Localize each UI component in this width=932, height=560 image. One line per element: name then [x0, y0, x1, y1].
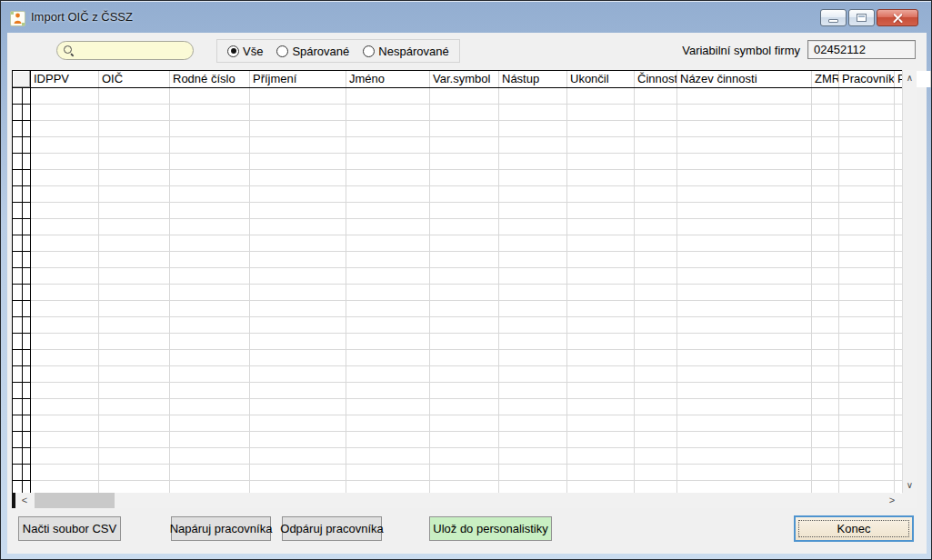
table-row[interactable]	[13, 317, 902, 334]
table-cell[interactable]	[567, 88, 635, 105]
table-cell[interactable]	[499, 170, 567, 186]
table-cell[interactable]	[99, 415, 170, 432]
table-cell[interactable]	[170, 252, 250, 268]
scroll-up-icon[interactable]: ∧	[903, 70, 917, 85]
table-cell[interactable]	[99, 317, 170, 334]
table-cell[interactable]	[346, 301, 430, 317]
table-cell[interactable]	[677, 383, 812, 399]
table-cell[interactable]	[499, 235, 567, 252]
table-cell[interactable]	[31, 88, 99, 105]
table-cell[interactable]	[567, 383, 635, 399]
table-cell[interactable]	[895, 334, 902, 350]
horizontal-scrollbar[interactable]: < >	[12, 493, 900, 508]
table-cell[interactable]	[635, 285, 677, 301]
table-cell[interactable]	[250, 301, 346, 317]
table-cell[interactable]	[812, 252, 839, 268]
horizontal-scroll-thumb[interactable]	[35, 493, 115, 508]
column-header-nastup[interactable]: Nástup	[499, 71, 567, 87]
table-cell[interactable]	[895, 285, 902, 301]
table-cell[interactable]	[567, 301, 635, 317]
table-row[interactable]	[13, 350, 902, 366]
table-cell[interactable]	[567, 170, 635, 186]
table-cell[interactable]	[499, 154, 567, 170]
table-cell[interactable]	[635, 203, 677, 219]
table-cell[interactable]	[677, 186, 812, 203]
table-cell[interactable]	[250, 415, 346, 432]
table-cell[interactable]	[99, 88, 170, 105]
table-cell[interactable]	[839, 219, 895, 235]
table-cell[interactable]	[812, 399, 839, 415]
table-row[interactable]	[13, 105, 902, 121]
table-cell[interactable]	[895, 170, 902, 186]
table-cell[interactable]	[839, 481, 895, 494]
table-cell[interactable]	[812, 481, 839, 494]
table-row[interactable]	[13, 399, 902, 415]
unpair-worker-button[interactable]: Odpáruj pracovníka	[282, 516, 382, 541]
table-row[interactable]	[13, 383, 902, 399]
table-cell[interactable]	[812, 88, 839, 105]
table-row[interactable]	[13, 203, 902, 219]
table-cell[interactable]	[812, 170, 839, 186]
table-cell[interactable]	[346, 186, 430, 203]
table-cell[interactable]	[346, 154, 430, 170]
table-cell[interactable]	[170, 235, 250, 252]
table-cell[interactable]	[895, 366, 902, 383]
table-cell[interactable]	[31, 301, 99, 317]
table-row[interactable]	[13, 366, 902, 383]
table-cell[interactable]	[31, 334, 99, 350]
table-cell[interactable]	[31, 268, 99, 285]
table-cell[interactable]	[499, 432, 567, 448]
table-cell[interactable]	[250, 399, 346, 415]
table-cell[interactable]	[99, 170, 170, 186]
table-cell[interactable]	[99, 285, 170, 301]
table-cell[interactable]	[567, 432, 635, 448]
scroll-left-icon[interactable]: <	[17, 493, 32, 508]
column-header-nazev-cinnosti[interactable]: Název činnosti	[677, 71, 812, 87]
table-cell[interactable]	[430, 121, 499, 137]
table-cell[interactable]	[346, 383, 430, 399]
table-row[interactable]	[13, 301, 902, 317]
table-cell[interactable]	[170, 301, 250, 317]
table-cell[interactable]	[839, 235, 895, 252]
table-cell[interactable]	[31, 383, 99, 399]
table-cell[interactable]	[170, 137, 250, 154]
table-cell[interactable]	[31, 317, 99, 334]
maximize-button[interactable]	[848, 9, 875, 26]
table-row[interactable]	[13, 448, 902, 465]
table-cell[interactable]	[250, 317, 346, 334]
table-cell[interactable]	[635, 317, 677, 334]
column-header-pracovnik[interactable]: Pracovník	[839, 71, 895, 87]
table-cell[interactable]	[635, 481, 677, 494]
table-cell[interactable]	[31, 170, 99, 186]
vertical-scrollbar[interactable]: ∧ ∨	[902, 70, 917, 493]
table-cell[interactable]	[430, 252, 499, 268]
table-cell[interactable]	[250, 137, 346, 154]
table-cell[interactable]	[677, 235, 812, 252]
table-cell[interactable]	[170, 432, 250, 448]
titlebar[interactable]: Import OIČ z ČSSZ	[1, 1, 931, 33]
table-cell[interactable]	[839, 88, 895, 105]
table-cell[interactable]	[635, 350, 677, 366]
table-cell[interactable]	[677, 121, 812, 137]
table-cell[interactable]	[170, 203, 250, 219]
table-cell[interactable]	[812, 137, 839, 154]
table-cell[interactable]	[430, 235, 499, 252]
table-cell[interactable]	[430, 268, 499, 285]
table-cell[interactable]	[430, 465, 499, 481]
table-cell[interactable]	[895, 383, 902, 399]
table-cell[interactable]	[346, 252, 430, 268]
column-header-ukoncil[interactable]: Ukončil	[567, 71, 635, 87]
table-row[interactable]	[13, 137, 902, 154]
table-cell[interactable]	[346, 465, 430, 481]
table-cell[interactable]	[430, 186, 499, 203]
table-cell[interactable]	[635, 366, 677, 383]
table-cell[interactable]	[31, 366, 99, 383]
table-cell[interactable]	[250, 235, 346, 252]
table-cell[interactable]	[812, 334, 839, 350]
table-cell[interactable]	[635, 121, 677, 137]
table-cell[interactable]	[346, 399, 430, 415]
table-cell[interactable]	[346, 366, 430, 383]
table-cell[interactable]	[99, 448, 170, 465]
table-cell[interactable]	[170, 285, 250, 301]
table-cell[interactable]	[839, 448, 895, 465]
